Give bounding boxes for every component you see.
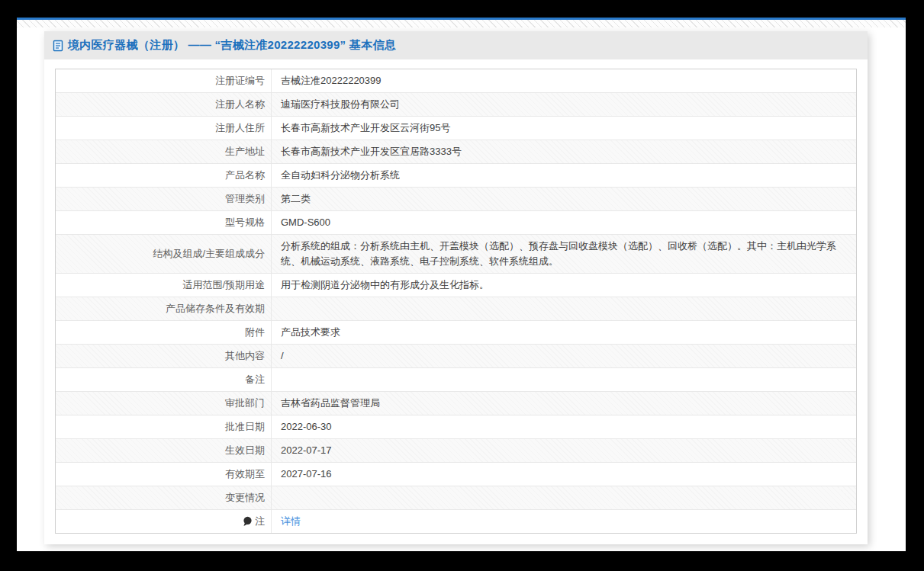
row-value: 2022-07-17 bbox=[272, 439, 856, 462]
row-label: 型号规格 bbox=[56, 211, 272, 234]
table-row: 备注 bbox=[56, 368, 856, 392]
table-row: 型号规格GMD-S600 bbox=[56, 211, 856, 235]
row-label: 有效期至 bbox=[56, 463, 272, 486]
row-value: 分析系统的组成：分析系统由主机、开盖模块（选配）、预存盘与回收盘模块（选配）、回… bbox=[272, 235, 856, 273]
row-value-text: 2022-06-30 bbox=[281, 419, 332, 435]
row-value: 2022-06-30 bbox=[272, 415, 856, 438]
row-label: 结构及组成/主要组成成分 bbox=[56, 235, 272, 273]
table-row: 批准日期2022-06-30 bbox=[56, 415, 856, 439]
row-label-text: 有效期至 bbox=[225, 467, 265, 481]
row-value: 长春市高新技术产业开发区云河街95号 bbox=[272, 117, 856, 140]
document-icon bbox=[52, 40, 64, 52]
hatch-stripe bbox=[17, 20, 906, 27]
table-row: 管理类别第二类 bbox=[56, 188, 856, 211]
row-value-text: 第二类 bbox=[281, 191, 311, 207]
row-label: 注册证编号 bbox=[56, 69, 272, 92]
row-value: 2027-07-16 bbox=[272, 463, 856, 486]
row-label-text: 其他内容 bbox=[225, 349, 265, 363]
row-label-text: 生效日期 bbox=[225, 444, 265, 457]
row-label: 备注 bbox=[56, 368, 272, 391]
row-label-text: 注册人名称 bbox=[215, 98, 265, 111]
table-row: 产品名称全自动妇科分泌物分析系统 bbox=[56, 164, 856, 188]
row-label-text: 变更情况 bbox=[225, 491, 265, 505]
row-label-text: 管理类别 bbox=[225, 192, 265, 206]
row-value-text: 产品技术要求 bbox=[281, 325, 340, 340]
row-label: 附件 bbox=[56, 321, 272, 344]
row-label: 其他内容 bbox=[56, 345, 272, 367]
row-value-text: 2022-07-17 bbox=[281, 443, 332, 458]
row-label: 管理类别 bbox=[56, 188, 272, 210]
row-value-text: 分析系统的组成：分析系统由主机、开盖模块（选配）、预存盘与回收盘模块（选配）、回… bbox=[281, 239, 847, 269]
table-row: 生产地址长春市高新技术产业开发区宜居路3333号 bbox=[56, 140, 856, 164]
table-row: 审批部门吉林省药品监督管理局 bbox=[56, 392, 856, 415]
info-table-body: 注册证编号吉械注准20222220399注册人名称迪瑞医疗科技股份有限公司注册人… bbox=[55, 69, 857, 534]
info-card: 境内医疗器械（注册） —— “吉械注准20222220399” 基本信息 注册证… bbox=[44, 31, 868, 544]
row-label-text: 生产地址 bbox=[225, 145, 265, 159]
row-value: 迪瑞医疗科技股份有限公司 bbox=[272, 93, 856, 116]
row-value: 全自动妇科分泌物分析系统 bbox=[272, 164, 856, 187]
row-value: 吉械注准20222220399 bbox=[272, 69, 856, 92]
table-row: 变更情况 bbox=[56, 486, 856, 510]
row-label-text: 附件 bbox=[245, 326, 265, 339]
note-icon bbox=[243, 516, 253, 527]
table-row: 生效日期2022-07-17 bbox=[56, 439, 856, 463]
row-label-text: 结构及组成/主要组成成分 bbox=[153, 247, 265, 261]
row-value: 长春市高新技术产业开发区宜居路3333号 bbox=[272, 140, 856, 163]
table-row: 注详情 bbox=[56, 510, 856, 533]
row-label-text: 批准日期 bbox=[225, 420, 265, 434]
row-value: GMD-S600 bbox=[272, 211, 856, 234]
row-value bbox=[272, 486, 856, 509]
row-label-text: 产品名称 bbox=[225, 168, 265, 182]
row-label: 生产地址 bbox=[56, 140, 272, 163]
row-label-text: 型号规格 bbox=[225, 216, 265, 229]
row-label: 变更情况 bbox=[56, 486, 272, 509]
row-label: 审批部门 bbox=[56, 392, 272, 415]
row-value: 产品技术要求 bbox=[272, 321, 856, 344]
row-value: 详情 bbox=[272, 510, 856, 533]
row-label: 产品储存条件及有效期 bbox=[56, 297, 272, 320]
detail-link[interactable]: 详情 bbox=[281, 514, 301, 529]
table-row: 结构及组成/主要组成成分分析系统的组成：分析系统由主机、开盖模块（选配）、预存盘… bbox=[56, 235, 856, 274]
row-value-text: 用于检测阴道分泌物中的有形成分及生化指标。 bbox=[281, 277, 489, 293]
row-value bbox=[272, 368, 856, 391]
row-label: 批准日期 bbox=[56, 415, 272, 438]
row-value-text: 长春市高新技术产业开发区云河街95号 bbox=[281, 120, 450, 136]
row-label: 生效日期 bbox=[56, 439, 272, 462]
row-value-text: 吉械注准20222220399 bbox=[281, 73, 382, 88]
row-label-text: 注 bbox=[255, 515, 265, 528]
card-header: 境内医疗器械（注册） —— “吉械注准20222220399” 基本信息 bbox=[44, 31, 868, 59]
table-row: 产品储存条件及有效期 bbox=[56, 297, 856, 321]
table-row: 注册证编号吉械注准20222220399 bbox=[56, 69, 856, 93]
table-row: 注册人名称迪瑞医疗科技股份有限公司 bbox=[56, 93, 856, 117]
row-value-text: 吉林省药品监督管理局 bbox=[281, 396, 380, 411]
row-value: 第二类 bbox=[272, 188, 856, 210]
page: 境内医疗器械（注册） —— “吉械注准20222220399” 基本信息 注册证… bbox=[17, 18, 906, 551]
table-row: 注册人住所长春市高新技术产业开发区云河街95号 bbox=[56, 117, 856, 140]
row-label-text: 适用范围/预期用途 bbox=[182, 278, 265, 292]
row-label-text: 注册人住所 bbox=[215, 121, 265, 135]
row-value-text: GMD-S600 bbox=[281, 215, 330, 230]
row-label: 产品名称 bbox=[56, 164, 272, 187]
row-value-text: / bbox=[281, 348, 284, 364]
row-value-text: 迪瑞医疗科技股份有限公司 bbox=[281, 97, 400, 112]
card-body: 注册证编号吉械注准20222220399注册人名称迪瑞医疗科技股份有限公司注册人… bbox=[44, 59, 868, 544]
page-title: 境内医疗器械（注册） —— “吉械注准20222220399” 基本信息 bbox=[68, 38, 396, 53]
row-label: 注 bbox=[56, 510, 272, 533]
row-value: / bbox=[272, 345, 856, 367]
row-value bbox=[272, 297, 856, 320]
row-value: 吉林省药品监督管理局 bbox=[272, 392, 856, 415]
row-label-text: 备注 bbox=[245, 373, 265, 387]
row-value-text: 2027-07-16 bbox=[281, 467, 332, 482]
row-label-text: 审批部门 bbox=[225, 396, 265, 410]
table-row: 其他内容/ bbox=[56, 345, 856, 368]
row-value-text: 全自动妇科分泌物分析系统 bbox=[281, 168, 400, 183]
table-row: 附件产品技术要求 bbox=[56, 321, 856, 345]
row-value: 用于检测阴道分泌物中的有形成分及生化指标。 bbox=[272, 274, 856, 297]
row-label-text: 注册证编号 bbox=[215, 74, 265, 88]
row-label: 注册人住所 bbox=[56, 117, 272, 140]
table-row: 有效期至2027-07-16 bbox=[56, 463, 856, 486]
row-label: 注册人名称 bbox=[56, 93, 272, 116]
row-label-text: 产品储存条件及有效期 bbox=[166, 302, 265, 316]
row-label: 适用范围/预期用途 bbox=[56, 274, 272, 297]
row-value-text: 长春市高新技术产业开发区宜居路3333号 bbox=[281, 144, 462, 159]
